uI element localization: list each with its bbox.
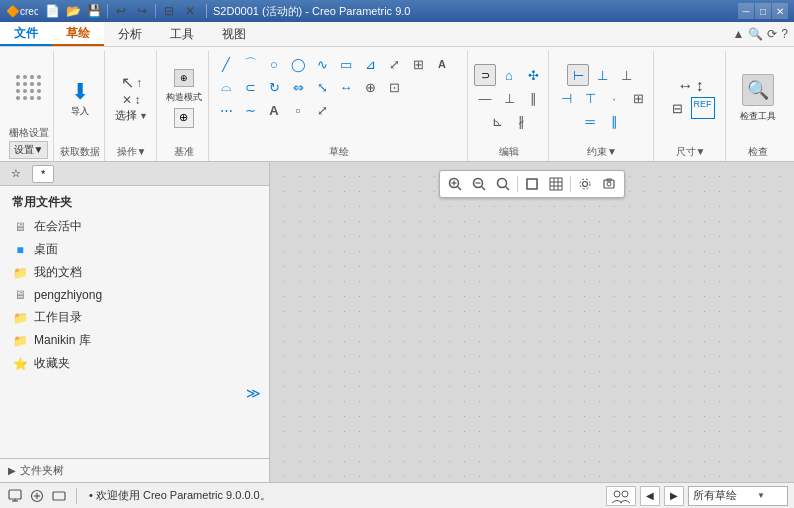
line-icon[interactable]: ╱	[215, 53, 237, 75]
chamfer-icon[interactable]: ⊿	[359, 53, 381, 75]
tab-star[interactable]: ☆	[2, 164, 30, 183]
menu-tab-tools[interactable]: 工具	[156, 22, 208, 46]
box-icon[interactable]: ▫	[287, 99, 309, 121]
maximize-btn[interactable]: □	[755, 3, 771, 19]
edit-icon4[interactable]: ∦	[510, 110, 532, 132]
move-icon[interactable]: ⤢	[311, 99, 333, 121]
circle-icon[interactable]: ○	[263, 53, 285, 75]
inspect-btn[interactable]: 🔍	[742, 74, 774, 106]
dim-horiz-icon[interactable]: ↔	[678, 77, 694, 95]
ellipse-icon[interactable]: ◯	[287, 53, 309, 75]
const-sym-icon[interactable]: ⊞	[627, 87, 649, 109]
zoom-out-btn[interactable]	[468, 173, 490, 195]
trim-icon[interactable]: ⊂	[239, 76, 261, 98]
status-icon2[interactable]	[28, 487, 46, 505]
menu-tab-view[interactable]: 视图	[208, 22, 260, 46]
rect-icon[interactable]: ▭	[335, 53, 357, 75]
search-people-icon[interactable]	[606, 486, 636, 506]
edit-move-icon[interactable]: ✣	[522, 64, 544, 86]
const-coin-icon[interactable]: ·	[603, 87, 625, 109]
datum-small-btn[interactable]: ⊕	[174, 108, 194, 128]
sketch-canvas[interactable]	[270, 162, 794, 482]
text2-icon[interactable]: A	[263, 99, 285, 121]
minimize-btn[interactable]: ─	[738, 3, 754, 19]
list-item-user[interactable]: 🖥 pengzhiyong	[0, 284, 269, 306]
const-para-icon[interactable]: ∥	[603, 110, 625, 132]
menu-tab-analysis[interactable]: 分析	[104, 22, 156, 46]
arc-icon[interactable]: ⌒	[239, 53, 261, 75]
edit-trim-icon[interactable]: ⊃	[474, 64, 496, 86]
rotate-icon[interactable]: ↻	[263, 76, 285, 98]
dim-perimeter-icon[interactable]: ⊟	[667, 97, 689, 119]
settings-btn[interactable]	[574, 173, 596, 195]
edit-icon3[interactable]: ⊾	[486, 110, 508, 132]
undo-btn[interactable]: ↩	[111, 1, 131, 21]
expand-icon[interactable]: ▲	[732, 27, 744, 41]
view-box-btn[interactable]	[521, 173, 543, 195]
construct-icon[interactable]: ⊕	[174, 69, 194, 87]
stretch-icon[interactable]: ↔	[335, 76, 357, 98]
list-item-documents[interactable]: 📁 我的文档	[0, 261, 269, 284]
const-tang-icon[interactable]: ⊣	[555, 87, 577, 109]
edit-line-icon[interactable]: —	[474, 87, 496, 109]
search-icon[interactable]: 🔍	[748, 27, 763, 41]
zoom-fit-btn[interactable]	[492, 173, 514, 195]
sketch-filter-dropdown[interactable]: 所有草绘 ▼	[688, 486, 788, 506]
redo-btn[interactable]: ↪	[132, 1, 152, 21]
const-equal-icon[interactable]: ═	[579, 110, 601, 132]
open-file-btn[interactable]: 📂	[63, 1, 83, 21]
save-btn[interactable]: 💾	[84, 1, 104, 21]
coord-icon[interactable]: ⊕	[359, 76, 381, 98]
const-vert-icon[interactable]: ⊥	[591, 64, 613, 86]
help-icon[interactable]: ?	[781, 27, 788, 41]
status-icon1[interactable]	[6, 487, 24, 505]
status-nav-next[interactable]: ▶	[664, 486, 684, 506]
edit-para-icon[interactable]: ∥	[522, 87, 544, 109]
proj-icon[interactable]: ⊞	[407, 53, 429, 75]
fillet-icon[interactable]: ⌓	[215, 76, 237, 98]
scale-icon[interactable]: ⤡	[311, 76, 333, 98]
edit-break-icon[interactable]: ⌂	[498, 64, 520, 86]
list-item-manikin[interactable]: 📁 Manikin 库	[0, 329, 269, 352]
const-mid-icon[interactable]: ⊤	[579, 87, 601, 109]
capture-btn[interactable]	[598, 173, 620, 195]
canvas-area[interactable]	[270, 162, 794, 482]
folder-tree-section[interactable]: ▶ 文件夹树	[0, 458, 269, 482]
dim-vert-icon[interactable]: ↕	[696, 77, 704, 95]
zoom-in-btn[interactable]	[444, 173, 466, 195]
dim-ref-icon[interactable]: REF	[691, 97, 715, 119]
select-label[interactable]: 选择	[115, 108, 137, 123]
construct-row: ⊕	[174, 69, 194, 87]
edit-perp-icon[interactable]: ⊥	[498, 87, 520, 109]
close-model-btn[interactable]: ✕	[180, 1, 200, 21]
list-item-active[interactable]: 🖥 在会活中	[0, 215, 269, 238]
offset-icon[interactable]: ⤢	[383, 53, 405, 75]
new-file-btn[interactable]: 📄	[42, 1, 62, 21]
toggle-btn[interactable]: ⊟	[159, 1, 179, 21]
curve2-icon[interactable]: ∼	[239, 99, 261, 121]
text-icon[interactable]: A	[431, 53, 453, 75]
spline-icon[interactable]: ∿	[311, 53, 333, 75]
scroll-down-arrow[interactable]: ≫	[0, 383, 269, 403]
ops-icon2[interactable]: ↕	[134, 93, 140, 107]
menu-tab-sketch[interactable]: 草绘	[52, 22, 104, 46]
import-btn[interactable]: ⬇ 导入	[64, 77, 96, 120]
const-horiz-icon[interactable]: ⊢	[567, 64, 589, 86]
const-perp-icon[interactable]: ⊥	[615, 64, 637, 86]
list-item-desktop[interactable]: ■ 桌面	[0, 238, 269, 261]
list-item-workdir[interactable]: 📁 工作目录	[0, 306, 269, 329]
tab-active[interactable]: *	[32, 165, 54, 183]
status-icon3[interactable]	[50, 487, 68, 505]
curve1-icon[interactable]: ⋯	[215, 99, 237, 121]
grid-btn[interactable]	[545, 173, 567, 195]
list-item-favorites[interactable]: ⭐ 收藏夹	[0, 352, 269, 375]
close-btn[interactable]: ✕	[772, 3, 788, 19]
delete-icon[interactable]: ✕	[122, 93, 132, 107]
import-icon2[interactable]: ⊡	[383, 76, 405, 98]
set-label[interactable]: 设置▼	[9, 141, 49, 159]
switch-icon[interactable]: ⟳	[767, 27, 777, 41]
select-dropdown[interactable]: ▼	[139, 111, 148, 121]
menu-tab-file[interactable]: 文件	[0, 22, 52, 46]
mirror-icon[interactable]: ⇔	[287, 76, 309, 98]
status-nav-prev[interactable]: ◀	[640, 486, 660, 506]
